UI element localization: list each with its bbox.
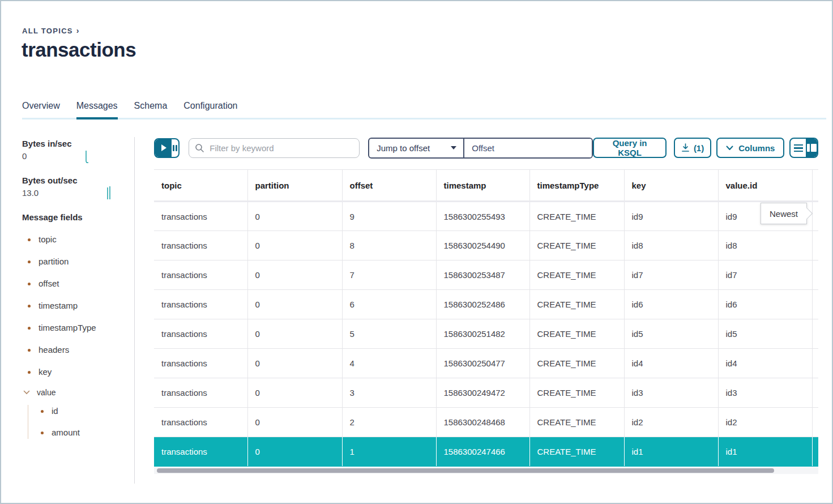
table-cell-filler <box>812 408 818 437</box>
field-topic[interactable]: topic <box>22 233 127 246</box>
newest-flag: Newest <box>761 203 807 224</box>
column-header-key[interactable]: key <box>624 170 718 202</box>
column-header-topic[interactable]: topic <box>154 170 247 202</box>
query-in-ksql-button[interactable]: Query in KSQL <box>593 138 667 158</box>
scrollbar-thumb[interactable] <box>157 468 774 473</box>
table-cell: id6 <box>718 290 812 319</box>
newest-flag-label: Newest <box>770 209 798 219</box>
play-icon <box>161 144 166 151</box>
value-children: idamount <box>28 405 127 439</box>
table-cell: 0 <box>247 408 342 437</box>
table-cell: transactions <box>154 290 247 319</box>
list-view-button[interactable] <box>791 139 806 157</box>
chevron-down-icon <box>726 146 733 151</box>
table-row[interactable]: transactions061586300252486CREATE_TIMEid… <box>154 290 818 319</box>
table-row[interactable]: transactions031586300249472CREATE_TIMEid… <box>154 378 818 408</box>
offset-input[interactable] <box>464 139 592 157</box>
table-cell: id8 <box>624 231 718 260</box>
table-cell: 1586300254490 <box>436 231 529 260</box>
message-fields-list: topicpartitionoffsettimestamptimestampTy… <box>22 233 127 378</box>
field-partition[interactable]: partition <box>22 255 127 268</box>
pause-button[interactable] <box>172 139 178 157</box>
messages-table: topicpartitionoffsettimestamptimestampTy… <box>154 169 818 467</box>
table-cell: CREATE_TIME <box>529 349 624 378</box>
bullet-icon <box>41 410 44 413</box>
column-header-timestampType[interactable]: timestampType <box>529 170 624 202</box>
table-cell: transactions <box>154 231 247 260</box>
table-cell: transactions <box>154 349 247 378</box>
table-cell: 1586300248468 <box>436 408 529 437</box>
field-value-toggle[interactable]: value <box>22 388 127 397</box>
view-toggle <box>789 138 818 158</box>
field-label: offset <box>39 277 59 290</box>
tabs: OverviewMessagesSchemaConfiguration <box>22 101 826 119</box>
column-header-partition[interactable]: partition <box>247 170 342 202</box>
download-icon <box>681 143 690 152</box>
table-row[interactable]: transactions091586300255493CREATE_TIMEid… <box>154 202 818 231</box>
columns-button[interactable]: Columns <box>716 138 784 158</box>
table-cell: id3 <box>624 378 718 408</box>
table-row[interactable]: transactions051586300251482CREATE_TIMEid… <box>154 319 818 349</box>
field-offset[interactable]: offset <box>22 277 127 290</box>
column-header-timestamp[interactable]: timestamp <box>436 170 529 202</box>
table-cell: CREATE_TIME <box>529 260 624 290</box>
download-button[interactable]: (1) <box>674 138 711 158</box>
table-row[interactable]: transactions071586300253487CREATE_TIMEid… <box>154 260 818 290</box>
messages-table-wrap: topicpartitionoffsettimestamptimestampTy… <box>154 169 818 467</box>
table-cell-filler <box>812 290 818 319</box>
table-row[interactable]: transactions041586300250477CREATE_TIMEid… <box>154 349 818 378</box>
table-row[interactable]: transactions081586300254490CREATE_TIMEid… <box>154 231 818 260</box>
tab-messages[interactable]: Messages <box>76 101 118 118</box>
sidebar: Bytes in/sec 0 Bytes out/sec 13.0 Messag… <box>22 139 127 448</box>
bullet-icon <box>28 283 31 285</box>
tab-configuration[interactable]: Configuration <box>183 101 237 118</box>
download-count: (1) <box>694 143 704 153</box>
table-cell: 0 <box>247 378 342 408</box>
breadcrumb[interactable]: ALL TOPICS› <box>22 26 80 35</box>
table-cell: id1 <box>718 437 812 467</box>
column-header-value.id[interactable]: value.id <box>718 170 812 202</box>
table-cell: 0 <box>247 202 342 231</box>
field-label: key <box>39 366 52 378</box>
table-cell: 1586300253487 <box>436 260 529 290</box>
table-cell: 0 <box>247 319 342 349</box>
tab-bar: OverviewMessagesSchemaConfiguration <box>22 101 826 118</box>
table-cell: 7 <box>342 260 436 290</box>
table-cell: 3 <box>342 378 436 408</box>
field-headers[interactable]: headers <box>22 344 127 356</box>
table-cell: 6 <box>342 290 436 319</box>
table-cell: transactions <box>154 378 247 408</box>
play-button[interactable] <box>155 139 172 157</box>
table-cell: CREATE_TIME <box>529 231 624 260</box>
filter-input[interactable] <box>189 138 360 158</box>
breadcrumb-label[interactable]: ALL TOPICS <box>22 27 73 35</box>
table-cell-filler <box>812 378 818 408</box>
split-view-icon <box>807 144 810 152</box>
sidebar-divider <box>134 137 135 484</box>
field-id[interactable]: id <box>38 405 127 417</box>
field-key[interactable]: key <box>22 366 127 378</box>
field-timestamp[interactable]: timestamp <box>22 300 127 312</box>
field-label: partition <box>39 255 69 268</box>
table-cell: transactions <box>154 408 247 437</box>
search-icon <box>195 143 204 153</box>
table-cell: 0 <box>247 349 342 378</box>
column-header-offset[interactable]: offset <box>342 170 436 202</box>
pause-icon <box>176 145 177 151</box>
filter-box <box>189 138 360 158</box>
table-row[interactable]: transactions011586300247466CREATE_TIMEid… <box>154 437 818 467</box>
message-fields-title: Message fields <box>22 212 127 222</box>
bullet-icon <box>28 260 31 263</box>
split-view-button[interactable] <box>806 139 817 157</box>
jump-to-offset-select[interactable]: Jump to offset <box>369 139 463 157</box>
field-timestampType[interactable]: timestampType <box>22 322 127 334</box>
table-row[interactable]: transactions021586300248468CREATE_TIMEid… <box>154 408 818 437</box>
bullet-icon <box>28 371 31 374</box>
table-cell: 4 <box>342 349 436 378</box>
table-cell: 1586300252486 <box>436 290 529 319</box>
field-amount[interactable]: amount <box>38 426 127 439</box>
field-label: amount <box>52 426 80 439</box>
tab-overview[interactable]: Overview <box>22 101 60 118</box>
tab-schema[interactable]: Schema <box>134 101 168 118</box>
table-cell: 5 <box>342 319 436 349</box>
